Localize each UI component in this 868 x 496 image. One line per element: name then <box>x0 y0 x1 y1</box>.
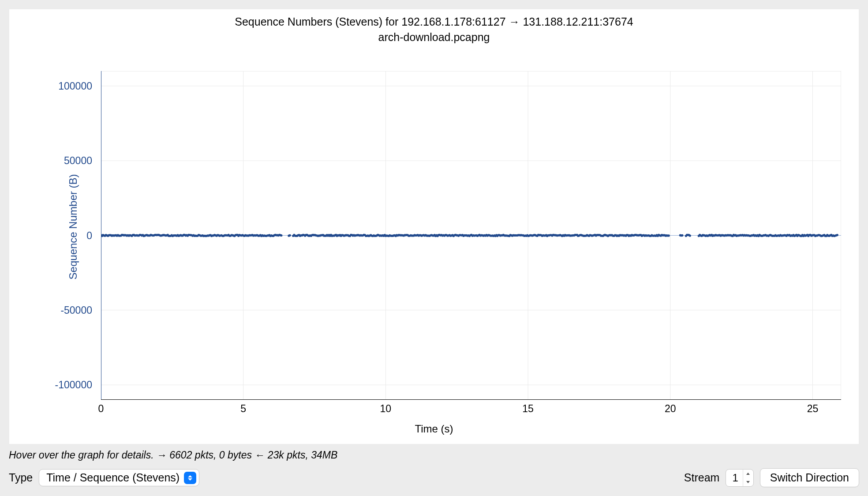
svg-point-207 <box>280 234 282 237</box>
stream-value: 1 <box>726 470 742 486</box>
y-axis-label: Sequence Number (B) <box>67 174 79 279</box>
plot-area[interactable] <box>101 71 841 400</box>
chart-panel: Sequence Numbers (Stevens) for 192.168.1… <box>9 9 859 444</box>
select-updown-icon <box>184 472 196 484</box>
y-tick-label: 50000 <box>64 155 97 167</box>
x-tick-label: 25 <box>807 403 819 415</box>
chart-subtitle: arch-download.pcapng <box>9 28 859 44</box>
x-tick-label: 0 <box>98 403 104 415</box>
x-tick-label: 20 <box>665 403 676 415</box>
y-tick-label: 100000 <box>58 80 97 92</box>
x-tick-label: 10 <box>380 403 392 415</box>
svg-point-209 <box>289 234 291 237</box>
stream-stepper[interactable]: 1 <box>726 469 753 487</box>
type-select-value: Time / Sequence (Stevens) <box>46 471 180 484</box>
chart-title: Sequence Numbers (Stevens) for 192.168.1… <box>9 9 859 28</box>
switch-direction-button[interactable]: Switch Direction <box>760 468 859 487</box>
x-tick-label: 15 <box>522 403 534 415</box>
svg-point-735 <box>836 234 838 236</box>
stepper-arrows-icon <box>743 470 753 486</box>
svg-point-590 <box>681 234 683 237</box>
x-axis-label: Time (s) <box>415 423 453 435</box>
x-tick-label: 5 <box>240 403 246 415</box>
type-select[interactable]: Time / Sequence (Stevens) <box>39 469 199 486</box>
plot-svg[interactable] <box>101 71 841 400</box>
stream-label: Stream <box>684 471 720 484</box>
type-label: Type <box>9 471 33 484</box>
y-tick-label: -50000 <box>60 304 97 316</box>
svg-point-587 <box>668 234 670 237</box>
hover-hint: Hover over the graph for details. → 6602… <box>0 447 868 466</box>
y-tick-label: 0 <box>86 229 97 241</box>
svg-point-595 <box>689 234 691 237</box>
toolbar: Type Time / Sequence (Stevens) Stream 1 … <box>0 466 868 496</box>
switch-direction-label: Switch Direction <box>770 471 849 484</box>
y-tick-label: -100000 <box>55 379 97 391</box>
